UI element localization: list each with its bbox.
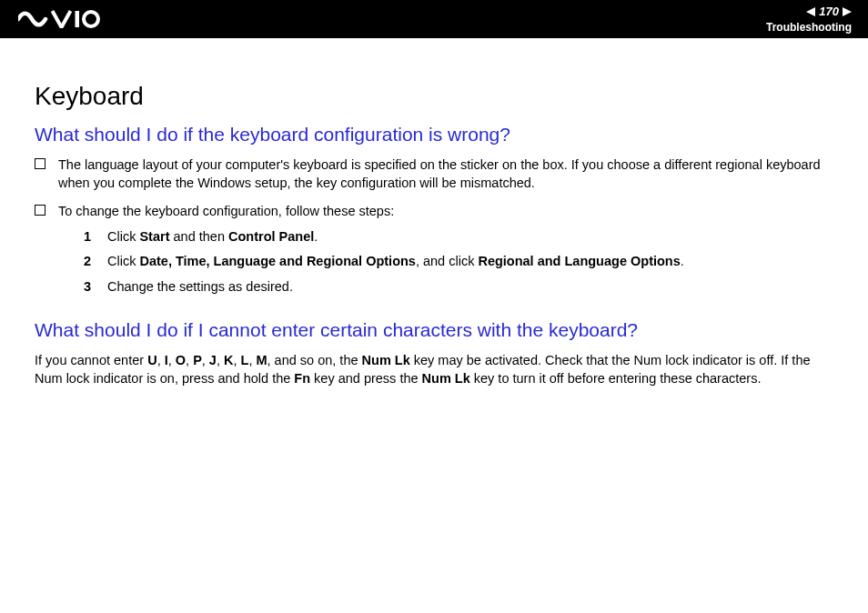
- vaio-logo: [18, 0, 100, 38]
- bullet-intro: To change the keyboard configuration, fo…: [58, 204, 394, 218]
- answer-paragraph: If you cannot enter U, I, O, P, J, K, L,…: [35, 352, 833, 387]
- bullet-icon: [35, 205, 45, 216]
- step-row: 1 Click Start and then Control Panel.: [84, 228, 833, 246]
- step-text: Click Date, Time, Language and Regional …: [107, 253, 833, 271]
- page-title: Keyboard: [35, 82, 833, 111]
- step-number: 2: [84, 253, 95, 271]
- step-number: 1: [84, 228, 95, 246]
- page-nav: 170: [766, 5, 852, 19]
- content-area: Keyboard What should I do if the keyboar…: [0, 38, 868, 388]
- question-1-heading: What should I do if the keyboard configu…: [35, 124, 833, 146]
- bullet-item: The language layout of your computer's k…: [35, 156, 833, 192]
- question-2-heading: What should I do if I cannot enter certa…: [35, 319, 833, 341]
- page-number: 170: [819, 5, 839, 19]
- svg-point-1: [84, 12, 98, 26]
- step-row: 3 Change the settings as desired.: [84, 278, 833, 296]
- bullet-text: To change the keyboard configuration, fo…: [58, 203, 833, 303]
- header-bar: 170 Troubleshooting: [0, 0, 868, 38]
- section-label: Troubleshooting: [766, 21, 852, 34]
- vaio-logo-svg: [18, 10, 100, 28]
- next-page-arrow-icon[interactable]: [843, 7, 852, 16]
- header-right: 170 Troubleshooting: [766, 5, 852, 34]
- step-row: 2 Click Date, Time, Language and Regiona…: [84, 253, 833, 271]
- svg-rect-0: [76, 11, 80, 27]
- step-text: Click Start and then Control Panel.: [107, 228, 833, 246]
- bullet-item: To change the keyboard configuration, fo…: [35, 203, 833, 303]
- steps-list: 1 Click Start and then Control Panel. 2 …: [84, 228, 833, 296]
- prev-page-arrow-icon[interactable]: [806, 7, 815, 16]
- bullet-text: The language layout of your computer's k…: [58, 156, 833, 192]
- bullet-icon: [35, 158, 45, 169]
- step-text: Change the settings as desired.: [107, 278, 833, 296]
- step-number: 3: [84, 278, 95, 296]
